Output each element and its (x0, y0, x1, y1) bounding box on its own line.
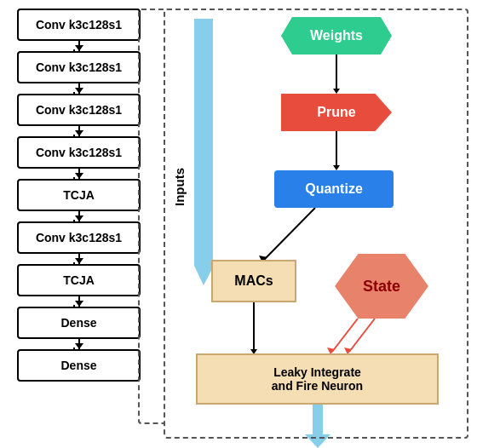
conv-box-1: Conv k3c128s1 (17, 9, 141, 41)
conv-box-3: Conv k3c128s1 (17, 94, 141, 126)
arrow-5 (78, 211, 80, 221)
inputs-label: Inputs (170, 153, 187, 221)
arrow-3 (78, 126, 80, 136)
arrow-7 (78, 296, 80, 307)
conv-box-4: Conv k3c128s1 (17, 136, 141, 169)
quantize-node: Quantize (274, 170, 394, 208)
macs-box: MACs (211, 260, 296, 302)
arrow-1 (78, 41, 80, 51)
arrow-4 (78, 169, 80, 179)
arrow-8 (78, 339, 80, 349)
lif-box: Leaky Integrateand Fire Neuron (196, 353, 439, 405)
prune-node: Prune (281, 94, 392, 131)
conv-box-5: Conv k3c128s1 (17, 221, 141, 254)
weights-node: Weights (281, 17, 392, 55)
conv-box-2: Conv k3c128s1 (17, 51, 141, 83)
left-column: Conv k3c128s1 Conv k3c128s1 Conv k3c128s… (13, 9, 145, 382)
dashed-bracket (138, 9, 164, 424)
tcja-box-2: TCJA (17, 264, 141, 296)
dense-box-2: Dense (17, 349, 141, 382)
arrow-6 (78, 254, 80, 264)
tcja-box-1: TCJA (17, 179, 141, 211)
diagram-container: Conv k3c128s1 Conv k3c128s1 Conv k3c128s… (0, 0, 477, 448)
arrow-2 (78, 83, 80, 94)
dense-box-1: Dense (17, 307, 141, 339)
